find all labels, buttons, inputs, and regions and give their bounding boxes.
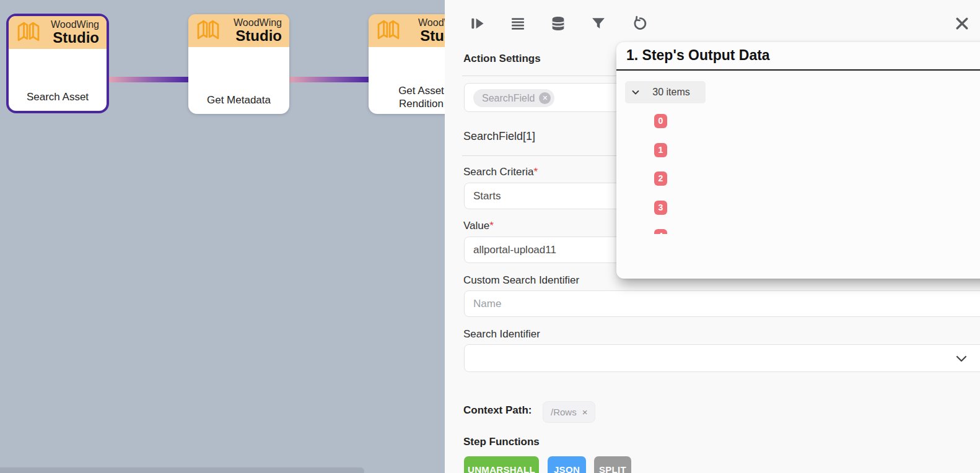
workflow-editor: WoodWing Studio Search Asset WoodWing St… xyxy=(0,0,980,473)
split-button[interactable]: SPLIT xyxy=(594,456,631,473)
connection-metadata-to-rendition[interactable] xyxy=(289,77,369,82)
close-icon[interactable] xyxy=(954,15,970,32)
brand-text: WoodWing Studio xyxy=(41,20,99,45)
chevron-down-icon xyxy=(631,87,641,97)
woodwing-logo-icon xyxy=(376,19,401,43)
unmarshall-button[interactable]: UNMARSHALL xyxy=(464,456,539,473)
required-marker: * xyxy=(533,166,538,178)
step-functions-label: Step Functions xyxy=(463,436,540,448)
tree-item-badge[interactable]: 0 xyxy=(654,114,667,128)
node-label: Get Asset Rendition xyxy=(369,84,445,110)
context-path-label: Context Path: xyxy=(463,404,532,417)
debug-continue-icon[interactable] xyxy=(468,15,486,32)
brand-text: WoodWing Studio xyxy=(221,18,282,43)
woodwing-logo-icon xyxy=(16,21,41,45)
restore-icon[interactable] xyxy=(631,15,649,32)
tree-item-badge[interactable]: 2 xyxy=(654,171,667,186)
workflow-canvas[interactable]: WoodWing Studio Search Asset WoodWing St… xyxy=(0,0,445,473)
section-title: SearchField[1] xyxy=(463,130,535,143)
custom-search-identifier-label: Custom Search Identifier xyxy=(463,274,579,287)
database-icon[interactable] xyxy=(549,15,567,32)
canvas-horizontal-scrollbar[interactable] xyxy=(0,467,364,473)
label-text: Value xyxy=(463,220,489,232)
step-output-data-panel: 1. Step's Output Data 30 items 0 1 2 3 4 xyxy=(616,42,980,279)
node-get-metadata[interactable]: WoodWing Studio Get Metadata xyxy=(188,14,289,114)
brand-line2: Studio xyxy=(41,30,99,45)
node-header: WoodWing Studio xyxy=(188,14,289,47)
tree-item-badge[interactable]: 3 xyxy=(654,201,667,215)
log-list-icon[interactable] xyxy=(509,15,527,32)
connection-search-to-metadata[interactable] xyxy=(109,77,188,82)
brand-line2: Studio xyxy=(401,28,445,43)
json-button[interactable]: JSON xyxy=(548,456,586,473)
chip-remove-icon[interactable]: ✕ xyxy=(539,92,551,104)
search-criteria-label: Search Criteria* xyxy=(463,166,538,178)
search-identifier-select[interactable] xyxy=(464,344,980,372)
overlay-title: 1. Step's Output Data xyxy=(626,47,770,64)
items-count-label: 30 items xyxy=(641,87,706,98)
node-get-asset-rendition[interactable]: WoodWing Studio Get Asset Rendition xyxy=(369,14,445,114)
label-text: Search Criteria xyxy=(463,166,533,178)
context-path-value: /Rows xyxy=(551,407,577,417)
custom-search-identifier-input[interactable] xyxy=(464,290,980,317)
context-path-chip: /Rows × xyxy=(543,401,595,423)
node-label: Get Metadata xyxy=(188,94,289,106)
tree-item-badge[interactable]: 1 xyxy=(654,143,667,157)
woodwing-logo-icon xyxy=(196,19,221,43)
chip-label: SearchField xyxy=(482,93,535,104)
node-label: Search Asset xyxy=(9,91,107,103)
searchfield-chip: SearchField ✕ xyxy=(473,89,554,107)
action-settings-panel: Action Settings SearchField ✕ SearchFiel… xyxy=(445,0,980,473)
brand-line2: Studio xyxy=(221,28,282,43)
tree-item-badge[interactable]: 4 xyxy=(654,229,667,234)
node-header: WoodWing Studio xyxy=(9,16,107,49)
output-data-tree[interactable]: 30 items 0 1 2 3 4 xyxy=(616,69,980,234)
node-header: WoodWing Studio xyxy=(369,14,445,47)
value-label: Value* xyxy=(463,220,494,232)
search-identifier-label: Search Identifier xyxy=(463,328,540,341)
filter-icon[interactable] xyxy=(590,15,607,32)
remove-context-path-icon[interactable]: × xyxy=(582,407,588,417)
chevron-down-icon[interactable] xyxy=(955,352,968,365)
node-search-asset[interactable]: WoodWing Studio Search Asset xyxy=(6,14,109,113)
brand-text: WoodWing Studio xyxy=(401,18,445,43)
items-toggle[interactable]: 30 items xyxy=(625,81,706,103)
panel-heading: Action Settings xyxy=(463,53,541,65)
required-marker: * xyxy=(489,220,494,232)
